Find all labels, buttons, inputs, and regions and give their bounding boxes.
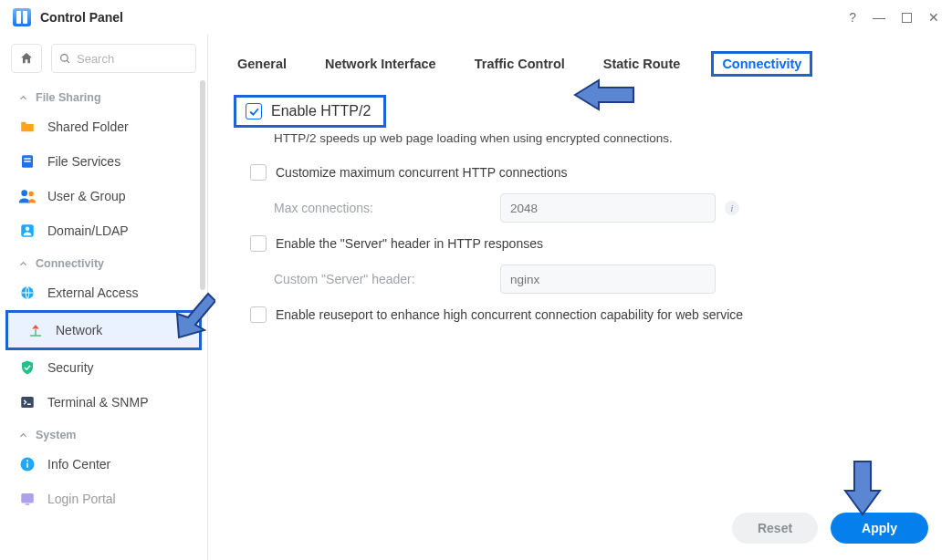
domain-ldap-icon [19, 223, 36, 239]
folder-icon [19, 119, 36, 135]
sidebar-item-file-services[interactable]: File Services [0, 144, 207, 179]
sidebar-item-terminal-snmp[interactable]: Terminal & SNMP [0, 385, 207, 420]
svg-line-1 [67, 60, 69, 63]
svg-point-0 [61, 54, 68, 61]
svg-rect-14 [21, 493, 34, 503]
checkbox-max-connections[interactable] [250, 164, 267, 181]
tab-static-route[interactable]: Static Route [596, 53, 688, 75]
external-access-icon [19, 285, 36, 301]
svg-rect-12 [26, 463, 28, 468]
tab-connectivity[interactable]: Connectivity [722, 57, 801, 71]
search-icon [59, 52, 71, 66]
checkbox-server-header[interactable] [250, 235, 267, 252]
network-icon [27, 322, 44, 338]
svg-rect-3 [24, 158, 31, 160]
label-enable-http2: Enable HTTP/2 [271, 103, 371, 119]
sidebar-item-network[interactable]: Network [5, 310, 202, 350]
tab-traffic-control[interactable]: Traffic Control [467, 53, 572, 75]
sidebar-item-security[interactable]: Security [0, 350, 207, 385]
input-server-header[interactable] [500, 264, 716, 294]
label-reuseport: Enable reuseport to enhance high concurr… [276, 307, 743, 322]
checkbox-enable-http2[interactable] [246, 103, 262, 119]
chevron-up-icon [18, 93, 28, 103]
tab-general[interactable]: General [230, 53, 294, 75]
home-icon [19, 51, 34, 66]
checkbox-reuseport[interactable] [250, 306, 267, 323]
svg-rect-4 [24, 161, 31, 162]
app-icon [13, 8, 31, 26]
sidebar-item-info-center[interactable]: Info Center [0, 447, 207, 482]
terminal-icon [19, 394, 36, 410]
home-button[interactable] [11, 44, 42, 73]
info-icon[interactable]: i [725, 201, 739, 215]
sidebar-section-connectivity[interactable]: Connectivity [0, 248, 207, 275]
shield-icon [19, 359, 36, 376]
help-icon[interactable]: ? [849, 11, 856, 24]
svg-rect-10 [21, 397, 34, 408]
svg-point-6 [29, 192, 34, 196]
users-icon [18, 188, 37, 204]
maximize-icon[interactable] [902, 13, 912, 23]
svg-point-8 [26, 227, 30, 232]
http2-note: HTTP/2 speeds up web page loading when u… [228, 128, 928, 158]
sidebar-item-external-access[interactable]: External Access [0, 275, 207, 310]
apply-button[interactable]: Apply [831, 513, 928, 544]
input-max-connections[interactable] [500, 193, 716, 223]
reset-button[interactable]: Reset [732, 513, 818, 544]
sidebar-scrollbar[interactable] [200, 80, 205, 409]
label-server-header-field: Custom "Server" header: [274, 272, 491, 286]
label-max-connections-field: Max connections: [274, 201, 491, 215]
sidebar-item-shared-folder[interactable]: Shared Folder [0, 109, 207, 144]
file-services-icon [19, 153, 36, 170]
label-server-header: Enable the "Server" header in HTTP respo… [276, 236, 543, 251]
svg-point-13 [26, 460, 28, 461]
chevron-up-icon [18, 430, 28, 441]
sidebar-item-domain-ldap[interactable]: Domain/LDAP [0, 213, 207, 248]
search-input[interactable] [77, 52, 188, 66]
search-field[interactable] [51, 44, 196, 73]
sidebar-section-system[interactable]: System [0, 420, 207, 447]
tab-network-interface[interactable]: Network Interface [318, 53, 444, 75]
svg-rect-15 [26, 503, 30, 505]
minimize-icon[interactable]: — [873, 11, 885, 24]
svg-point-5 [21, 190, 27, 196]
info-icon [19, 456, 36, 472]
label-max-connections: Customize maximum concurrent HTTP connec… [276, 165, 568, 180]
sidebar-section-file-sharing[interactable]: File Sharing [0, 82, 207, 109]
close-icon[interactable]: ✕ [928, 11, 939, 24]
chevron-up-icon [18, 259, 28, 269]
sidebar-item-user-group[interactable]: User & Group [0, 179, 207, 213]
login-portal-icon [19, 491, 36, 507]
window-title: Control Panel [40, 10, 849, 25]
sidebar-item-login-portal[interactable]: Login Portal [0, 482, 207, 516]
